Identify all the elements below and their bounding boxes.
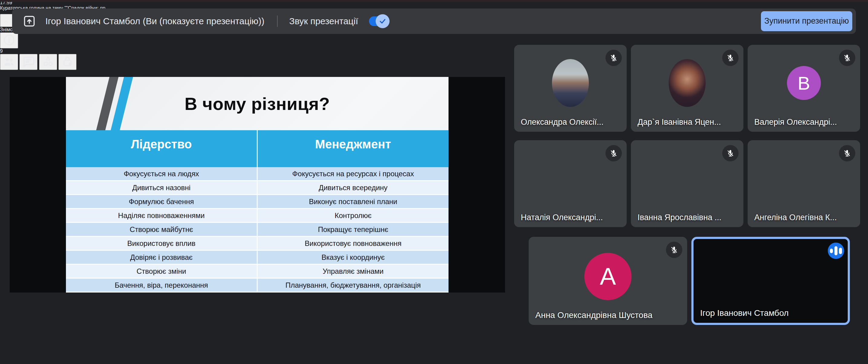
presenting-banner: Ігор Іванович Стамбол (Ви (показуєте пре… (12, 8, 856, 34)
table-cell: Дивиться назовні (66, 181, 258, 194)
presentation-slide: В чому різниця? Лідерство Менеджмент Фок… (66, 77, 448, 292)
avatar (552, 59, 589, 107)
participant-tile[interactable]: В Валерія Олександрі... (748, 45, 860, 132)
table-row: Створює майбутнє Покращує теперішнє (66, 223, 448, 237)
mic-off-icon (843, 54, 851, 62)
participant-tile[interactable]: Олександра Олексії... (514, 45, 627, 132)
mic-off-icon (610, 149, 618, 158)
avatar (552, 155, 589, 202)
presenter-label: Ігор Іванович Стамбол (Ви (показуєте пре… (45, 16, 264, 26)
participant-name: Ангеліна Олегівна К... (754, 213, 854, 222)
participant-name: Валерія Олександрі... (754, 117, 854, 127)
check-icon (379, 17, 386, 25)
table-row: Фокусується на людях Фокусується на ресу… (66, 167, 448, 181)
table-cell: Створює майбутнє (66, 223, 258, 236)
meeting-details-button[interactable] (0, 32, 18, 49)
table-cell: Покращує теперішнє (258, 223, 448, 236)
chat-icon (22, 55, 35, 68)
participant-tile[interactable]: Наталія Олександрі... (514, 140, 627, 227)
mic-off-badge (722, 50, 739, 66)
table-cell: Вказує і координує (258, 251, 448, 264)
lock-person-icon (61, 55, 74, 68)
presentation-sound-toggle[interactable] (369, 16, 388, 26)
participant-name: Дар`я Іванівна Яцен... (638, 117, 737, 127)
mic-off-icon (726, 54, 735, 62)
participant-name: Анна Олександрівна Шустова (535, 310, 681, 320)
table-row: Формулює бачення Виконує поставлені план… (66, 195, 448, 209)
table-header-row: Лідерство Менеджмент (66, 130, 448, 167)
avatar-initial: А (584, 253, 631, 300)
self-participant-tile[interactable]: Ігор Іванович Стамбол (691, 237, 850, 325)
table-row: Наділяє повноваженнями Контролює (66, 209, 448, 223)
table-cell: Фокусується на ресурсах і процесах (258, 167, 448, 180)
activities-icon (41, 55, 55, 68)
mic-off-badge (722, 145, 739, 161)
activities-button[interactable] (39, 54, 57, 70)
table-row: Дивиться назовні Дивиться всередину (66, 181, 448, 195)
mic-off-badge (606, 145, 622, 161)
table-header-management: Менеджмент (258, 130, 448, 167)
people-icon (2, 55, 16, 68)
participant-name: Ігор Іванович Стамбол (700, 308, 841, 318)
divider (277, 16, 278, 27)
speaking-indicator (828, 243, 844, 259)
presentation-sound-label: Звук презентації (289, 16, 358, 26)
table-cell: Використовує вплив (66, 237, 258, 250)
table-row: Створює зміни Управляє змінами (66, 265, 448, 279)
mic-off-badge (839, 145, 855, 161)
participant-tile[interactable]: А Анна Олександрівна Шустова (529, 237, 687, 325)
participant-name: Іванна Ярославівна ... (638, 213, 737, 222)
host-controls-button[interactable] (58, 54, 76, 70)
table-cell: Дивиться всередину (258, 181, 448, 194)
mic-off-icon (670, 246, 678, 254)
show-everyone-button[interactable] (0, 54, 18, 70)
mic-off-badge (606, 50, 622, 66)
slide-table: Лідерство Менеджмент Фокусується на людя… (66, 130, 448, 292)
table-header-leadership: Лідерство (66, 130, 258, 167)
table-row: Довіряє і розвиває Вказує і координує (66, 251, 448, 265)
shared-screen-tile[interactable]: В чому різниця? Лідерство Менеджмент Фок… (10, 77, 505, 292)
mic-off-badge (666, 242, 682, 258)
avatar (669, 59, 706, 107)
toggle-knob (376, 14, 390, 28)
table-row: Використовує вплив Використовує повноваж… (66, 237, 448, 251)
table-cell: Наділяє повноваженнями (66, 209, 258, 222)
participant-tile[interactable]: Дар`я Іванівна Яцен... (631, 45, 743, 132)
info-icon (2, 33, 16, 47)
table-cell: Контролює (258, 209, 448, 222)
mic-off-icon (610, 54, 618, 62)
mic-off-icon (843, 149, 851, 158)
chevron-up-icon (2, 18, 10, 25)
table-cell: Довіряє і розвиває (66, 251, 258, 264)
window-top-strip (0, 0, 868, 2)
table-cell: Створює зміни (66, 265, 258, 278)
table-cell: Планування, бюджетування, організація (258, 279, 448, 291)
mic-off-icon (726, 149, 735, 158)
mic-off-badge (839, 50, 855, 66)
table-cell: Використовує повноваження (258, 237, 448, 250)
avatar (785, 155, 822, 202)
table-cell: Бачення, віра, переконання (66, 279, 258, 291)
participant-tile[interactable]: Іванна Ярославівна ... (631, 140, 743, 227)
table-cell: Виконує поставлені плани (258, 195, 448, 208)
chat-button[interactable] (19, 54, 37, 70)
table-cell: Фокусується на людях (66, 167, 258, 180)
participant-name: Наталія Олександрі... (521, 213, 620, 222)
table-cell: Управляє змінами (258, 265, 448, 278)
avatar (669, 155, 706, 202)
avatar-initial: В (787, 66, 821, 100)
meet-window: Ігор Іванович Стамбол (Ви (показуєте пре… (0, 0, 868, 364)
slide-title: В чому різниця? (66, 77, 448, 130)
present-to-all-icon (23, 15, 36, 28)
participant-tile[interactable]: Ангеліна Олегівна К... (748, 140, 860, 227)
participant-name: Олександра Олексії... (521, 117, 620, 127)
stop-presentation-button[interactable]: Зупинити презентацію (761, 11, 852, 31)
table-row: Бачення, віра, переконання Планування, б… (66, 279, 448, 292)
table-cell: Формулює бачення (66, 195, 258, 208)
